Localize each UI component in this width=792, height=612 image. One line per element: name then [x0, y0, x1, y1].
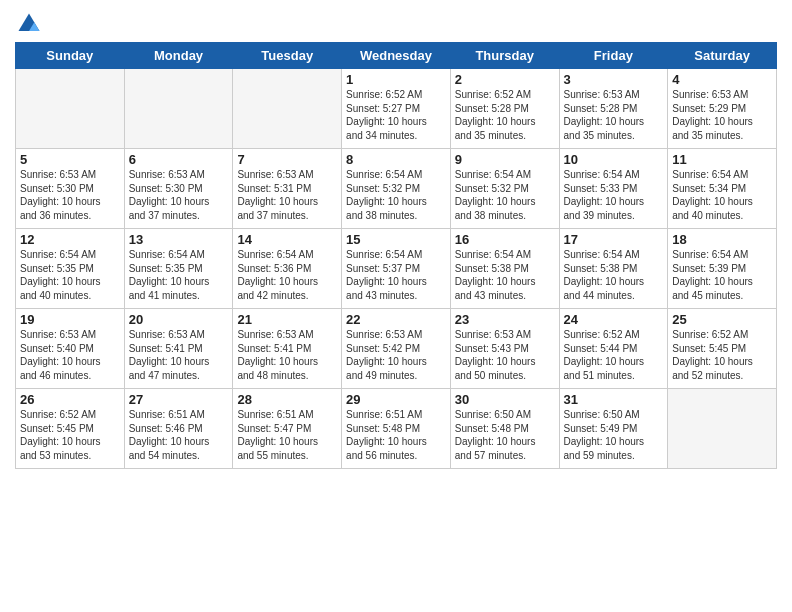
day-cell: 6Sunrise: 6:53 AMSunset: 5:30 PMDaylight…	[124, 149, 233, 229]
day-cell: 5Sunrise: 6:53 AMSunset: 5:30 PMDaylight…	[16, 149, 125, 229]
day-header-row: SundayMondayTuesdayWednesdayThursdayFrid…	[16, 43, 777, 69]
day-number: 2	[455, 72, 555, 87]
day-number: 31	[564, 392, 664, 407]
day-cell: 20Sunrise: 6:53 AMSunset: 5:41 PMDayligh…	[124, 309, 233, 389]
week-row-2: 5Sunrise: 6:53 AMSunset: 5:30 PMDaylight…	[16, 149, 777, 229]
day-number: 10	[564, 152, 664, 167]
day-cell: 27Sunrise: 6:51 AMSunset: 5:46 PMDayligh…	[124, 389, 233, 469]
day-info: Sunrise: 6:53 AMSunset: 5:42 PMDaylight:…	[346, 328, 446, 382]
day-info: Sunrise: 6:51 AMSunset: 5:46 PMDaylight:…	[129, 408, 229, 462]
day-cell: 2Sunrise: 6:52 AMSunset: 5:28 PMDaylight…	[450, 69, 559, 149]
day-info: Sunrise: 6:54 AMSunset: 5:32 PMDaylight:…	[455, 168, 555, 222]
day-number: 27	[129, 392, 229, 407]
day-cell: 1Sunrise: 6:52 AMSunset: 5:27 PMDaylight…	[342, 69, 451, 149]
day-number: 19	[20, 312, 120, 327]
day-cell: 11Sunrise: 6:54 AMSunset: 5:34 PMDayligh…	[668, 149, 777, 229]
logo-icon	[15, 10, 43, 38]
day-info: Sunrise: 6:54 AMSunset: 5:33 PMDaylight:…	[564, 168, 664, 222]
day-info: Sunrise: 6:50 AMSunset: 5:48 PMDaylight:…	[455, 408, 555, 462]
day-info: Sunrise: 6:53 AMSunset: 5:29 PMDaylight:…	[672, 88, 772, 142]
day-number: 8	[346, 152, 446, 167]
day-number: 15	[346, 232, 446, 247]
day-info: Sunrise: 6:54 AMSunset: 5:32 PMDaylight:…	[346, 168, 446, 222]
day-cell: 25Sunrise: 6:52 AMSunset: 5:45 PMDayligh…	[668, 309, 777, 389]
day-cell: 16Sunrise: 6:54 AMSunset: 5:38 PMDayligh…	[450, 229, 559, 309]
day-cell: 29Sunrise: 6:51 AMSunset: 5:48 PMDayligh…	[342, 389, 451, 469]
day-number: 6	[129, 152, 229, 167]
calendar-table: SundayMondayTuesdayWednesdayThursdayFrid…	[15, 42, 777, 469]
day-info: Sunrise: 6:54 AMSunset: 5:35 PMDaylight:…	[20, 248, 120, 302]
day-header-tuesday: Tuesday	[233, 43, 342, 69]
day-number: 9	[455, 152, 555, 167]
day-cell	[16, 69, 125, 149]
week-row-3: 12Sunrise: 6:54 AMSunset: 5:35 PMDayligh…	[16, 229, 777, 309]
day-cell	[668, 389, 777, 469]
day-number: 20	[129, 312, 229, 327]
day-header-wednesday: Wednesday	[342, 43, 451, 69]
day-number: 7	[237, 152, 337, 167]
day-cell: 7Sunrise: 6:53 AMSunset: 5:31 PMDaylight…	[233, 149, 342, 229]
day-info: Sunrise: 6:54 AMSunset: 5:39 PMDaylight:…	[672, 248, 772, 302]
day-cell: 3Sunrise: 6:53 AMSunset: 5:28 PMDaylight…	[559, 69, 668, 149]
day-number: 26	[20, 392, 120, 407]
day-cell: 17Sunrise: 6:54 AMSunset: 5:38 PMDayligh…	[559, 229, 668, 309]
day-cell: 12Sunrise: 6:54 AMSunset: 5:35 PMDayligh…	[16, 229, 125, 309]
day-info: Sunrise: 6:53 AMSunset: 5:41 PMDaylight:…	[237, 328, 337, 382]
day-cell: 31Sunrise: 6:50 AMSunset: 5:49 PMDayligh…	[559, 389, 668, 469]
day-number: 24	[564, 312, 664, 327]
day-info: Sunrise: 6:53 AMSunset: 5:30 PMDaylight:…	[129, 168, 229, 222]
day-cell: 22Sunrise: 6:53 AMSunset: 5:42 PMDayligh…	[342, 309, 451, 389]
day-number: 13	[129, 232, 229, 247]
day-info: Sunrise: 6:54 AMSunset: 5:38 PMDaylight:…	[455, 248, 555, 302]
day-info: Sunrise: 6:53 AMSunset: 5:41 PMDaylight:…	[129, 328, 229, 382]
day-cell: 9Sunrise: 6:54 AMSunset: 5:32 PMDaylight…	[450, 149, 559, 229]
day-number: 25	[672, 312, 772, 327]
day-number: 21	[237, 312, 337, 327]
day-cell: 21Sunrise: 6:53 AMSunset: 5:41 PMDayligh…	[233, 309, 342, 389]
day-number: 14	[237, 232, 337, 247]
day-number: 30	[455, 392, 555, 407]
page: SundayMondayTuesdayWednesdayThursdayFrid…	[0, 0, 792, 612]
day-number: 23	[455, 312, 555, 327]
day-cell: 13Sunrise: 6:54 AMSunset: 5:35 PMDayligh…	[124, 229, 233, 309]
day-cell: 30Sunrise: 6:50 AMSunset: 5:48 PMDayligh…	[450, 389, 559, 469]
day-cell: 28Sunrise: 6:51 AMSunset: 5:47 PMDayligh…	[233, 389, 342, 469]
day-number: 4	[672, 72, 772, 87]
logo	[15, 10, 47, 38]
day-number: 28	[237, 392, 337, 407]
day-info: Sunrise: 6:54 AMSunset: 5:35 PMDaylight:…	[129, 248, 229, 302]
day-number: 16	[455, 232, 555, 247]
day-header-friday: Friday	[559, 43, 668, 69]
day-number: 17	[564, 232, 664, 247]
day-number: 18	[672, 232, 772, 247]
day-cell: 4Sunrise: 6:53 AMSunset: 5:29 PMDaylight…	[668, 69, 777, 149]
day-info: Sunrise: 6:51 AMSunset: 5:47 PMDaylight:…	[237, 408, 337, 462]
day-info: Sunrise: 6:53 AMSunset: 5:40 PMDaylight:…	[20, 328, 120, 382]
day-info: Sunrise: 6:52 AMSunset: 5:44 PMDaylight:…	[564, 328, 664, 382]
day-number: 12	[20, 232, 120, 247]
day-info: Sunrise: 6:52 AMSunset: 5:45 PMDaylight:…	[672, 328, 772, 382]
day-info: Sunrise: 6:53 AMSunset: 5:31 PMDaylight:…	[237, 168, 337, 222]
day-info: Sunrise: 6:53 AMSunset: 5:30 PMDaylight:…	[20, 168, 120, 222]
day-info: Sunrise: 6:54 AMSunset: 5:37 PMDaylight:…	[346, 248, 446, 302]
week-row-5: 26Sunrise: 6:52 AMSunset: 5:45 PMDayligh…	[16, 389, 777, 469]
day-info: Sunrise: 6:53 AMSunset: 5:43 PMDaylight:…	[455, 328, 555, 382]
day-cell: 24Sunrise: 6:52 AMSunset: 5:44 PMDayligh…	[559, 309, 668, 389]
day-number: 3	[564, 72, 664, 87]
day-header-thursday: Thursday	[450, 43, 559, 69]
day-cell: 10Sunrise: 6:54 AMSunset: 5:33 PMDayligh…	[559, 149, 668, 229]
day-cell: 14Sunrise: 6:54 AMSunset: 5:36 PMDayligh…	[233, 229, 342, 309]
day-header-saturday: Saturday	[668, 43, 777, 69]
day-cell: 23Sunrise: 6:53 AMSunset: 5:43 PMDayligh…	[450, 309, 559, 389]
day-info: Sunrise: 6:51 AMSunset: 5:48 PMDaylight:…	[346, 408, 446, 462]
day-header-monday: Monday	[124, 43, 233, 69]
day-cell: 19Sunrise: 6:53 AMSunset: 5:40 PMDayligh…	[16, 309, 125, 389]
day-cell: 26Sunrise: 6:52 AMSunset: 5:45 PMDayligh…	[16, 389, 125, 469]
header	[15, 10, 777, 38]
day-info: Sunrise: 6:54 AMSunset: 5:34 PMDaylight:…	[672, 168, 772, 222]
day-cell: 18Sunrise: 6:54 AMSunset: 5:39 PMDayligh…	[668, 229, 777, 309]
day-cell	[233, 69, 342, 149]
day-cell: 15Sunrise: 6:54 AMSunset: 5:37 PMDayligh…	[342, 229, 451, 309]
day-info: Sunrise: 6:50 AMSunset: 5:49 PMDaylight:…	[564, 408, 664, 462]
day-info: Sunrise: 6:53 AMSunset: 5:28 PMDaylight:…	[564, 88, 664, 142]
